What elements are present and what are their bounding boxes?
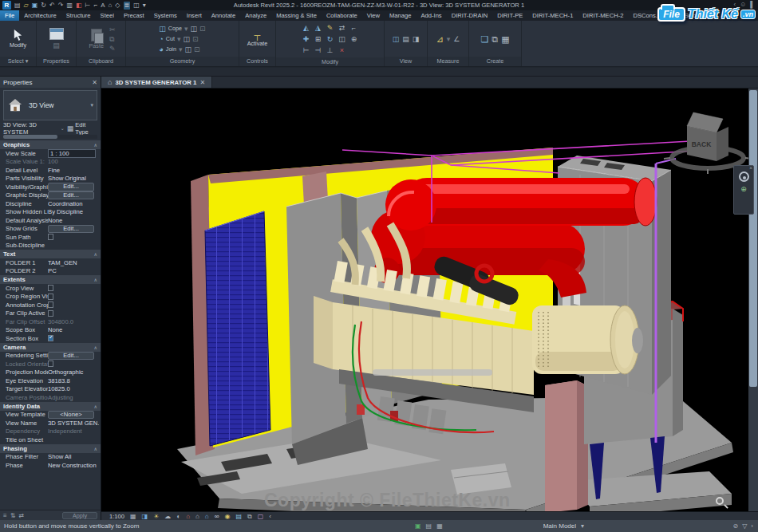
reveal-hidden-icon[interactable]: ◉	[224, 513, 230, 520]
cut-icon[interactable]: ✂	[109, 26, 116, 33]
selection-filter-icon[interactable]: ▽	[742, 522, 747, 530]
hide-icon[interactable]: ▤	[402, 35, 409, 43]
geometry-tool[interactable]: ◫ Cope ▾ ◫ ⊡	[159, 24, 205, 33]
render-icon[interactable]: ◇	[115, 2, 120, 10]
property-value[interactable]	[48, 335, 53, 341]
editable-only-icon[interactable]: ▣	[415, 522, 421, 530]
geometry-extra2-icon[interactable]: ⊡	[194, 45, 200, 53]
redo-icon[interactable]: ↷	[58, 2, 64, 10]
geometry-extra-icon[interactable]: ◫	[191, 25, 198, 33]
property-value[interactable]: Adjusting	[48, 394, 99, 401]
locked-view-icon[interactable]: ⌂	[205, 513, 209, 520]
properties-hscrollbar[interactable]	[3, 135, 97, 139]
unpin-icon[interactable]: ⊥	[327, 46, 334, 54]
override-icon[interactable]: ◨	[413, 35, 420, 43]
ribbon-tab[interactable]: DIRIT-MECH-1	[527, 10, 578, 21]
magnifier-icon[interactable]	[716, 497, 724, 505]
property-value[interactable]: Show All	[48, 453, 99, 460]
edit-type-button[interactable]: ▦ Edit Type	[67, 121, 97, 136]
property-value[interactable]: 100	[48, 158, 99, 165]
edit-icon[interactable]: ✎	[327, 24, 334, 32]
array-icon[interactable]: ⊞	[315, 35, 322, 43]
open-folder-icon[interactable]: ▱	[24, 2, 29, 10]
match-properties-icon[interactable]: ✎	[109, 45, 116, 53]
ribbon-tab[interactable]: Systems	[149, 10, 182, 21]
apply-button[interactable]: Apply	[62, 512, 97, 519]
extend-icon[interactable]: ⊣	[315, 46, 322, 54]
property-value[interactable]: None	[48, 326, 99, 333]
activate-controls-button[interactable]: ┬ Activate	[245, 30, 270, 48]
property-value[interactable]	[48, 310, 53, 317]
exclude-options-icon[interactable]: ⊘	[732, 522, 738, 530]
geometry-extra2-icon[interactable]: ⊡	[199, 25, 206, 33]
properties-help-icon[interactable]: ≡	[3, 512, 7, 519]
ribbon-tab[interactable]: View	[362, 10, 385, 21]
ribbon-tab[interactable]: Steel	[96, 10, 119, 21]
zoom-tool-icon[interactable]: ⊕	[740, 186, 747, 193]
selected-view-dropdown[interactable]: 3D View: 3D SYSTEM	[3, 121, 58, 136]
close-properties-icon[interactable]: ✕	[92, 79, 101, 86]
type-selector[interactable]: 3D View ▾	[3, 90, 97, 120]
property-value[interactable]: Orthographic	[48, 368, 99, 376]
panel-label-select[interactable]: Select ▾	[0, 57, 36, 66]
ribbon-tab[interactable]: Analyze	[240, 10, 271, 21]
split-icon[interactable]: ◫	[338, 35, 345, 43]
measure-tool-icon[interactable]: ⊿	[436, 35, 444, 43]
properties-icon[interactable]	[49, 28, 64, 40]
property-value[interactable]: PC	[48, 267, 99, 274]
view-tab[interactable]: ⌂ 3D SYSTEM GENERATOR 1 ✕	[101, 77, 212, 88]
geometry-extra2-icon[interactable]: ⊡	[192, 35, 199, 43]
visual-style-icon[interactable]: ◨	[142, 513, 148, 520]
copy-icon[interactable]: ⊕	[351, 35, 357, 43]
design-options-icon[interactable]: ▦	[436, 522, 443, 530]
geometry-tool[interactable]: ◕ Join ▾ ◫ ⊡	[159, 45, 205, 54]
close-view-icon[interactable]: ✕	[199, 79, 205, 86]
transfer-icon[interactable]: ◧	[76, 2, 82, 10]
property-value[interactable]: New Construction	[48, 462, 99, 469]
property-value[interactable]: 38183.8	[48, 377, 99, 384]
offset-icon[interactable]: ⇄	[339, 24, 345, 32]
property-value[interactable]	[48, 294, 53, 300]
chevron-down-icon[interactable]: ▾	[581, 522, 584, 530]
text-icon[interactable]: A	[101, 2, 105, 10]
property-value[interactable]: TAM_GEN	[48, 259, 99, 266]
ribbon-tab[interactable]: Structure	[61, 10, 96, 21]
property-value[interactable]: Edit...	[48, 225, 94, 234]
viewcube-face-label[interactable]: BACK	[692, 140, 712, 148]
delete-icon[interactable]: ×	[340, 46, 344, 54]
property-value[interactable]: Edit...	[48, 183, 94, 191]
mirror-axis-icon[interactable]: ◮	[315, 24, 321, 32]
property-value[interactable]: By Discipline	[48, 208, 99, 215]
group-icon[interactable]: ❏	[480, 35, 488, 43]
property-value[interactable]: Independent	[48, 428, 99, 435]
family-types-icon[interactable]: ▤	[53, 41, 60, 49]
print-icon[interactable]: ▥	[66, 2, 73, 10]
thin-lines-icon[interactable]: ≣	[124, 2, 131, 10]
ribbon-tab[interactable]: Add-Ins	[417, 10, 447, 21]
sync-icon[interactable]: ↻	[41, 2, 46, 10]
rotate-icon[interactable]: ↻	[327, 35, 334, 43]
temporary-view-properties-icon[interactable]: ▤	[235, 513, 242, 520]
expand-icon[interactable]: ›	[751, 522, 753, 530]
property-value[interactable]: Edit...	[48, 191, 94, 200]
property-value[interactable]	[48, 301, 53, 308]
ribbon-tab[interactable]: Architecture	[19, 10, 61, 21]
ribbon-tab[interactable]: Manage	[385, 10, 416, 21]
model-canvas[interactable]: BACK Copyright © FileThietKe.vn × ⊕	[101, 89, 758, 511]
worksets-icon[interactable]: ▤	[426, 522, 432, 530]
ribbon-tab[interactable]: DIRIT-DRAIN	[447, 10, 493, 21]
copy-to-clipboard-icon[interactable]: ⧉	[109, 35, 116, 43]
mirror-pick-icon[interactable]: ◭	[303, 24, 309, 32]
move-icon[interactable]: ✚	[303, 35, 310, 43]
ribbon-tab[interactable]: Annotate	[207, 10, 240, 21]
assembly-icon[interactable]: ▦	[501, 35, 509, 43]
property-value[interactable]: 304800.0	[48, 318, 99, 325]
property-value[interactable]	[48, 436, 99, 443]
property-value[interactable]: <None>	[48, 411, 94, 420]
geometry-extra-icon[interactable]: ◫	[184, 35, 191, 43]
show-crop-icon[interactable]: ⌂	[195, 513, 199, 520]
ribbon-tab[interactable]: DIRIT-PE	[492, 10, 527, 21]
temporary-hide-isolate-icon[interactable]: ∞	[215, 513, 219, 520]
revit-logo-icon[interactable]: R	[2, 1, 11, 10]
view-scale-button[interactable]: 1:100	[109, 513, 124, 520]
